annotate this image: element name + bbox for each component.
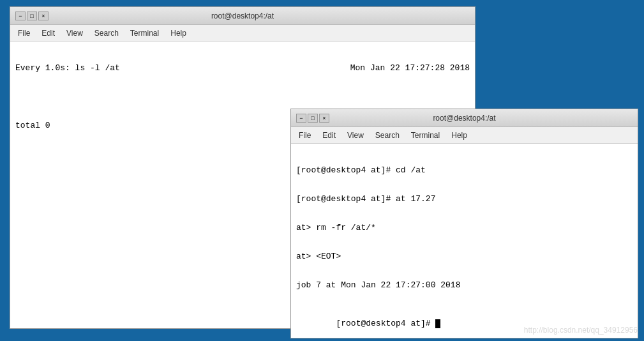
timestamp: Mon Jan 22 17:27:28 2018 [350,63,470,73]
menu-edit-2[interactable]: Edit [317,130,341,141]
minimize-button-1[interactable]: − [15,11,26,20]
watermark: http://blog.csdn.net/qq_34912956 [524,326,638,335]
terminal-window-2: − □ × root@desktop4:/at File Edit View S… [290,109,638,338]
menu-edit-1[interactable]: Edit [36,27,60,39]
terminal-content-2: [root@desktop4 at]# cd /at [root@desktop… [291,144,638,338]
close-button-1[interactable]: × [38,11,49,20]
maximize-button-1[interactable]: □ [27,11,37,20]
window-title-1: root@desktop4:/at [54,11,431,20]
terminal-line-cmd1: [root@desktop4 at]# cd /at [296,165,633,175]
terminal-line-cmd3: at> rm -fr /at/* [296,223,633,232]
menu-bar-2: File Edit View Search Terminal Help [291,127,638,144]
menu-view-1[interactable]: View [61,27,88,39]
close-button-2[interactable]: × [319,114,329,123]
menu-view-2[interactable]: View [342,130,369,141]
terminal-line-cmd2: [root@desktop4 at]# at 17.27 [296,194,633,204]
menu-search-2[interactable]: Search [370,130,405,141]
terminal-line-cmd4: at> <EOT> [296,252,633,261]
terminal-line-cmd5: job 7 at Mon Jan 22 17:27:00 2018 [296,280,633,290]
window-title-2: root@desktop4:/at [334,114,594,123]
menu-terminal-1[interactable]: Terminal [125,27,164,39]
terminal-line-blank [15,92,470,102]
cursor [435,319,440,328]
maximize-button-2[interactable]: □ [308,114,318,123]
terminal-line-1: Every 1.0s: ls -l /at Mon Jan 22 17:27:2… [15,63,470,73]
menu-help-1[interactable]: Help [165,27,191,39]
title-bar-1: − □ × root@desktop4:/at [10,7,475,25]
menu-bar-1: File Edit View Search Terminal Help [10,25,475,42]
desktop: − □ × root@desktop4:/at File Edit View S… [0,0,644,341]
menu-help-2[interactable]: Help [446,130,472,141]
minimize-button-2[interactable]: − [296,114,306,123]
title-bar-2: − □ × root@desktop4:/at [291,109,638,127]
menu-search-1[interactable]: Search [89,27,124,39]
menu-file-2[interactable]: File [294,130,316,141]
menu-file-1[interactable]: File [13,27,35,39]
menu-terminal-2[interactable]: Terminal [406,130,445,141]
watch-command: Every 1.0s: ls -l /at [15,63,120,73]
